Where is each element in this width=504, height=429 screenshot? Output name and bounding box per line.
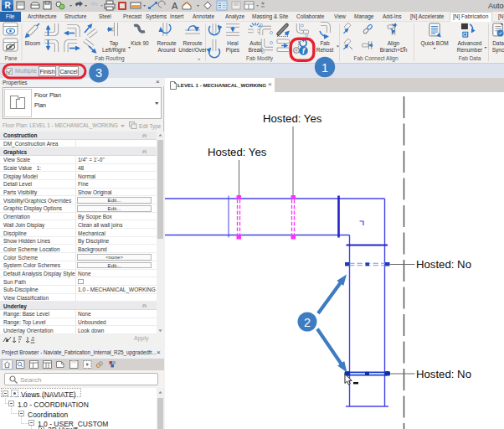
svg-text:1: 1 [321, 61, 328, 75]
svg-text:3: 3 [95, 66, 102, 80]
svg-text:2: 2 [304, 316, 311, 329]
